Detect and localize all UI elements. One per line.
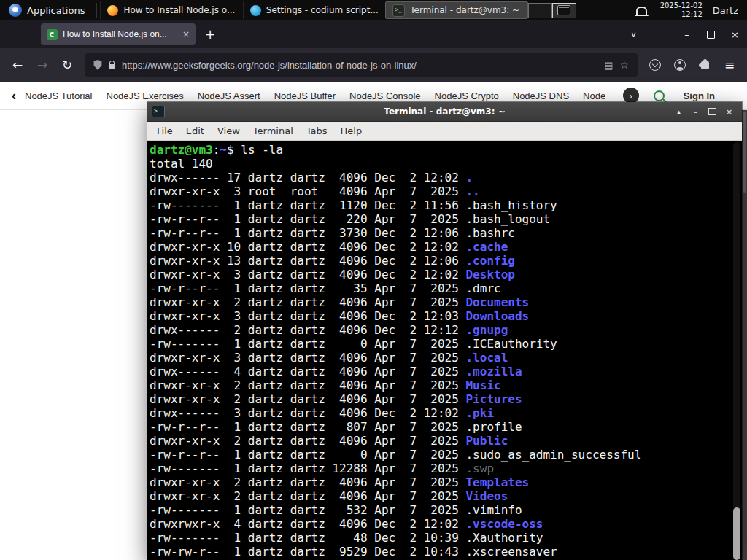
site-nav-item-dns[interactable]: NodeJS DNS <box>513 90 569 101</box>
site-nav-item-crypto[interactable]: NodeJS Crypto <box>435 90 499 101</box>
terminal-total-line: total 140 <box>150 157 742 171</box>
clock-date: 2025-12-02 <box>660 1 703 10</box>
account-button[interactable] <box>668 53 692 77</box>
terminal-close-button[interactable]: × <box>721 104 738 119</box>
tracking-shield-icon[interactable] <box>93 60 102 70</box>
tab-title: How to Install Node.js on... <box>63 29 177 39</box>
terminal-line: -rw-r--r-- 1 dartz dartz 0 Apr 7 2025 .s… <box>150 448 742 462</box>
menu-view[interactable]: View <box>211 125 247 136</box>
applications-icon <box>9 4 22 17</box>
terminal-titlebar[interactable]: Terminal - dartz@vm3: ~ ▴ – × <box>147 102 742 122</box>
maximize-icon <box>707 31 715 39</box>
taskbar-window-codium[interactable]: Settings - codium script... <box>243 1 385 19</box>
url-bar[interactable]: https://www.geeksforgeeks.org/node-js/in… <box>85 53 638 77</box>
site-nav-item-truncated[interactable]: Node <box>583 90 605 101</box>
site-nav-item-assert[interactable]: NodeJS Assert <box>198 90 260 101</box>
site-nav-item-console[interactable]: NodeJS Console <box>349 90 421 101</box>
terminal-output[interactable]: dartz@vm3:~$ ls -la total 140 drwx------… <box>147 141 742 560</box>
terminal-line: drwxr-xr-x 13 dartz dartz 4096 Dec 2 12:… <box>150 254 742 268</box>
terminal-line: drwx------ 4 dartz dartz 4096 Apr 7 2025… <box>150 365 742 378</box>
browser-toolbar: ← → ↻ https://www.geeksforgeeks.org/node… <box>0 48 747 82</box>
lock-icon[interactable] <box>109 64 115 69</box>
bookmark-star-icon[interactable]: ☆ <box>619 59 629 71</box>
prompt-dollar: $ <box>227 143 241 157</box>
terminal-line: drwxr-xr-x 3 dartz dartz 4096 Apr 7 2025… <box>150 351 742 365</box>
terminal-icon <box>392 4 405 17</box>
taskbar-window-title: Terminal - dartz@vm3: ~ <box>410 5 520 15</box>
terminal-line: drwx------ 17 dartz dartz 4096 Dec 2 12:… <box>150 171 742 184</box>
pocket-button[interactable] <box>643 53 667 77</box>
browser-tab-bar: How to Install Node.js on... × + ∨ – × <box>0 20 747 48</box>
terminal-line: drwxr-xr-x 2 dartz dartz 4096 Apr 7 2025… <box>150 434 742 448</box>
tab-close-button[interactable]: × <box>182 29 190 39</box>
terminal-menubar: File Edit View Terminal Tabs Help <box>147 122 742 141</box>
site-nav-item-buffer[interactable]: NodeJS Buffer <box>274 90 336 101</box>
new-tab-button[interactable]: + <box>198 23 222 45</box>
workspace-2[interactable] <box>552 3 576 18</box>
extensions-button[interactable] <box>693 53 716 77</box>
terminal-line: drwxr-xr-x 3 dartz dartz 4096 Dec 2 12:0… <box>150 268 742 281</box>
reader-view-icon[interactable]: ▤ <box>604 60 613 71</box>
terminal-line: -rw-r--r-- 1 dartz dartz 220 Apr 7 2025 … <box>150 212 742 226</box>
terminal-line: -rw-r--r-- 1 dartz dartz 807 Apr 7 2025 … <box>150 420 742 434</box>
terminal-title: Terminal - dartz@vm3: ~ <box>147 106 742 117</box>
terminal-line: drwxr-xr-x 2 dartz dartz 4096 Apr 7 2025… <box>150 378 742 392</box>
terminal-window: Terminal - dartz@vm3: ~ ▴ – × File Edit … <box>147 102 742 560</box>
nav-scroll-left-icon[interactable]: ‹ <box>12 89 16 102</box>
menu-terminal[interactable]: Terminal <box>247 125 300 136</box>
chevron-right-icon: › <box>629 90 632 101</box>
page-scrollbar-thumb[interactable] <box>743 112 746 192</box>
terminal-line: -rw------- 1 dartz dartz 48 Dec 2 10:39 … <box>150 531 742 545</box>
extensions-puzzle-icon <box>701 61 709 69</box>
workspace-switcher[interactable] <box>528 3 576 18</box>
taskbar-window-terminal[interactable]: Terminal - dartz@vm3: ~ <box>385 1 527 19</box>
site-nav-item-tutorial[interactable]: NodeJS Tutorial <box>25 90 93 101</box>
list-all-tabs-button[interactable]: ∨ <box>622 23 646 45</box>
terminal-line: drwx------ 3 dartz dartz 4096 Dec 2 12:0… <box>150 406 742 420</box>
page-scrollbar[interactable] <box>742 110 747 560</box>
taskbar-window-firefox[interactable]: How to Install Node.js o... <box>100 1 242 19</box>
menu-tabs[interactable]: Tabs <box>300 125 334 136</box>
terminal-scrollbar-thumb[interactable] <box>733 508 740 560</box>
terminal-shade-button[interactable]: ▴ <box>670 104 687 119</box>
mini-terminal-window-icon <box>557 5 570 15</box>
window-close-button[interactable]: × <box>723 23 747 45</box>
prompt-user-host: dartz@vm3 <box>150 143 213 157</box>
terminal-line: -rw------- 1 dartz dartz 12288 Apr 7 202… <box>150 462 742 475</box>
terminal-minimize-button[interactable]: – <box>687 104 704 119</box>
firefox-icon <box>107 5 118 16</box>
workspace-1[interactable] <box>528 3 552 18</box>
menu-file[interactable]: File <box>150 125 179 136</box>
terminal-line: -rw-r--r-- 1 dartz dartz 3730 Dec 2 12:0… <box>150 226 742 240</box>
terminal-maximize-button[interactable] <box>704 104 721 119</box>
notification-bell-icon[interactable] <box>636 7 647 15</box>
panel-user-label: Dartz <box>713 5 738 16</box>
applications-label: Applications <box>27 5 85 16</box>
forward-button[interactable]: → <box>31 53 54 77</box>
url-text[interactable]: https://www.geeksforgeeks.org/node-js/in… <box>122 60 597 71</box>
reload-button[interactable]: ↻ <box>55 53 79 77</box>
panel-clock[interactable]: 2025-12-02 12:12 <box>660 1 703 19</box>
menu-help[interactable]: Help <box>334 125 369 136</box>
sign-in-button[interactable]: Sign In <box>684 90 715 101</box>
terminal-scrollbar[interactable] <box>733 142 740 560</box>
terminal-line: -rw------- 1 dartz dartz 0 Apr 7 2025 .I… <box>150 337 742 351</box>
terminal-line: -rw------- 1 dartz dartz 532 Apr 7 2025 … <box>150 503 742 517</box>
search-icon[interactable] <box>654 90 665 101</box>
applications-menu-button[interactable]: Applications <box>0 0 93 20</box>
panel-separator <box>96 3 97 18</box>
maximize-icon <box>708 108 716 115</box>
app-menu-button[interactable]: ≡ <box>718 53 741 77</box>
terminal-line: drwxr-xr-x 2 dartz dartz 4096 Apr 7 2025… <box>150 475 742 489</box>
desktop: Applications How to Install Node.js o...… <box>0 0 747 560</box>
browser-tab[interactable]: How to Install Node.js on... × <box>41 23 196 45</box>
terminal-line: -rw-r--r-- 1 dartz dartz 35 Apr 7 2025 .… <box>150 281 742 295</box>
menu-edit[interactable]: Edit <box>179 125 211 136</box>
nav-scroll-right-button[interactable]: › <box>623 88 639 104</box>
window-maximize-button[interactable] <box>699 23 723 45</box>
window-minimize-button[interactable]: – <box>675 23 699 45</box>
terminal-line: drwxr-xr-x 2 dartz dartz 4096 Apr 7 2025… <box>150 295 742 309</box>
back-button[interactable]: ← <box>6 53 29 77</box>
site-nav-item-exercises[interactable]: NodeJS Exercises <box>107 90 184 101</box>
terminal-prompt-line: dartz@vm3:~$ ls -la <box>150 143 742 157</box>
